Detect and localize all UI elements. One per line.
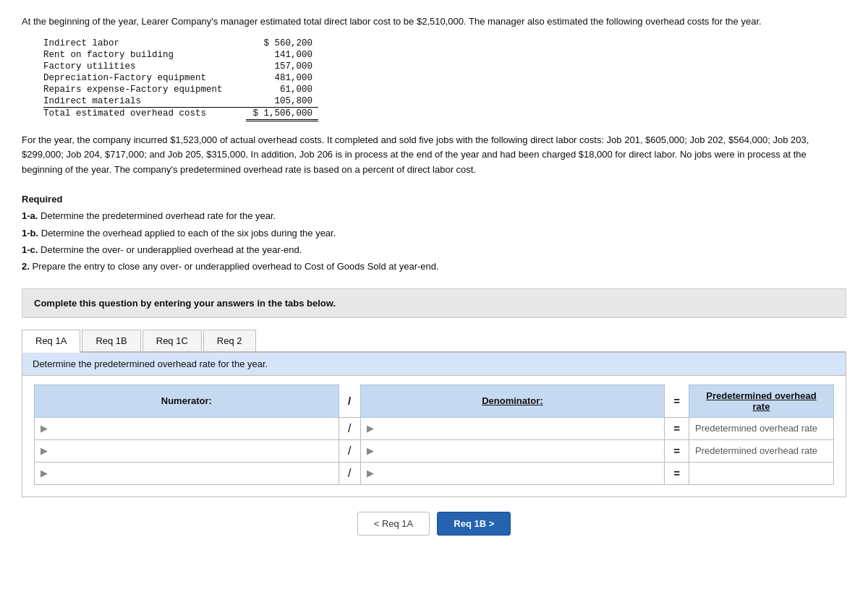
numerator-input-2[interactable] xyxy=(51,445,328,456)
prev-button[interactable]: < Req 1A xyxy=(357,512,430,536)
required-item: 1-a. Determine the predetermined overhea… xyxy=(22,207,846,224)
overhead-grid: Numerator: / Denominator: = Predetermine… xyxy=(34,385,834,485)
result-input-3[interactable] xyxy=(695,468,827,478)
slash-cell-1: / xyxy=(339,417,360,439)
slash-cell-2: / xyxy=(339,439,360,462)
numerator-cell-2[interactable]: ▶ xyxy=(35,439,339,462)
th-eq: = xyxy=(665,385,689,417)
cost-row: Indirect materials105,800 xyxy=(43,95,318,108)
th-result-header: Predetermined overhead rate xyxy=(689,385,834,417)
result-cell-3 xyxy=(689,462,834,484)
tab-req1a[interactable]: Req 1A xyxy=(22,330,80,353)
tab-req1c[interactable]: Req 1C xyxy=(142,330,202,351)
cost-row: Rent on factory building141,000 xyxy=(43,49,318,61)
overhead-row-1: ▶ /▶ =Predetermined overhead rate xyxy=(35,417,834,439)
required-title: Required xyxy=(22,194,62,205)
denominator-input-3[interactable] xyxy=(376,468,654,478)
result-cell-2: Predetermined overhead rate xyxy=(689,439,834,462)
cost-row: Repairs expense-Factory equipment61,000 xyxy=(43,84,318,95)
denominator-input-1[interactable] xyxy=(376,423,654,434)
determine-bar: Determine the predetermined overhead rat… xyxy=(22,353,846,376)
overhead-row-2: ▶ /▶ =Predetermined overhead rate xyxy=(35,439,834,462)
tabs-row: Req 1AReq 1BReq 1CReq 2 xyxy=(22,330,846,353)
tab-req2[interactable]: Req 2 xyxy=(203,330,256,351)
slash-cell-3: / xyxy=(339,462,360,484)
cost-row: Indirect labor$ 560,200 xyxy=(43,38,318,49)
cost-table: Indirect labor$ 560,200Rent on factory b… xyxy=(43,38,846,121)
bottom-nav: < Req 1A Req 1B > xyxy=(22,512,846,536)
result-cell-1: Predetermined overhead rate xyxy=(689,417,834,439)
cost-row: Factory utilities157,000 xyxy=(43,61,318,72)
eq-cell-3: = xyxy=(665,462,689,484)
cost-total-row: Total estimated overhead costs$ 1,506,00… xyxy=(43,107,318,120)
next-button[interactable]: Req 1B > xyxy=(437,512,511,536)
th-numerator: Numerator: xyxy=(35,385,339,417)
numerator-cell-1[interactable]: ▶ xyxy=(35,417,339,439)
eq-cell-1: = xyxy=(665,417,689,439)
instruction-bar: Complete this question by entering your … xyxy=(22,288,846,318)
th-slash: / xyxy=(339,385,360,417)
th-denominator: Denominator: xyxy=(360,385,665,417)
denominator-input-2[interactable] xyxy=(376,445,654,456)
eq-cell-2: = xyxy=(665,439,689,462)
intro-text: At the beginning of the year, Learer Com… xyxy=(22,14,846,29)
body-text: For the year, the company incurred $1,52… xyxy=(22,133,846,178)
required-item: 1-b. Determine the overhead applied to e… xyxy=(22,225,846,241)
cost-row: Depreciation-Factory equipment481,000 xyxy=(43,72,318,84)
required-section: Required 1-a. Determine the predetermine… xyxy=(22,191,846,275)
tab-req1b[interactable]: Req 1B xyxy=(82,330,140,351)
overhead-row-3: ▶ /▶ = xyxy=(35,462,834,484)
denominator-cell-3[interactable]: ▶ xyxy=(360,462,665,484)
numerator-input-1[interactable] xyxy=(51,423,328,434)
numerator-input-3[interactable] xyxy=(51,468,328,478)
denominator-cell-1[interactable]: ▶ xyxy=(360,417,665,439)
tab-content: Determine the predetermined overhead rat… xyxy=(22,353,846,497)
required-item: 2. Prepare the entry to close any over- … xyxy=(22,258,846,275)
denominator-cell-2[interactable]: ▶ xyxy=(360,439,665,462)
overhead-table-wrapper: Numerator: / Denominator: = Predetermine… xyxy=(22,376,846,497)
required-item: 1-c. Determine the over- or underapplied… xyxy=(22,241,846,258)
numerator-cell-3[interactable]: ▶ xyxy=(35,462,339,484)
